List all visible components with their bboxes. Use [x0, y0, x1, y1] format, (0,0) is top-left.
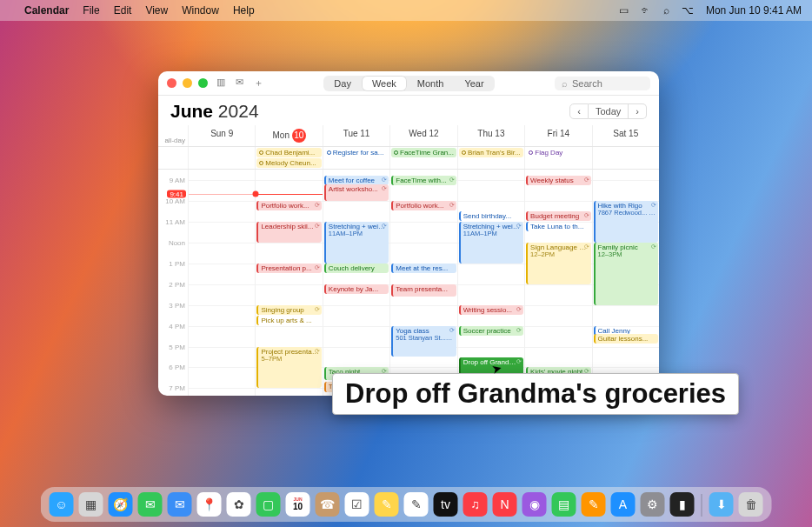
calendar-event[interactable]: Take Luna to th...: [526, 222, 590, 231]
view-month[interactable]: Month: [407, 76, 455, 91]
allday-cell[interactable]: [592, 147, 659, 169]
day-column[interactable]: Portfolio work...⟳Leadership skil...⟳Pre…: [255, 170, 322, 396]
dock-numbers-icon[interactable]: ▤: [552, 492, 576, 517]
day-header[interactable]: Sun 9: [188, 125, 255, 146]
allday-event[interactable]: Register for sa...: [324, 148, 389, 157]
calendar-event[interactable]: Couch delivery: [324, 264, 389, 273]
menu-help[interactable]: Help: [233, 4, 255, 17]
dock-safari-icon[interactable]: 🧭: [109, 492, 133, 517]
day-column[interactable]: Weekly status⟳Budget meeting⟳Take Luna t…: [524, 170, 591, 396]
calendar-event[interactable]: Send birthday...: [459, 211, 523, 221]
dock-appstore-icon[interactable]: A: [611, 492, 636, 517]
calendar-event[interactable]: Budget meeting⟳: [526, 211, 590, 221]
calendar-event[interactable]: Stretching + weights11AM–1PM⟳: [459, 222, 523, 264]
calendar-event[interactable]: Portfolio work...⟳: [256, 201, 321, 210]
dock-tv-icon[interactable]: tv: [434, 492, 458, 517]
allday-cell[interactable]: Flag Day: [524, 147, 591, 169]
day-column[interactable]: Send birthday...Stretching + weights11AM…: [457, 170, 524, 396]
wifi-icon[interactable]: ᯤ: [641, 4, 651, 17]
allday-event[interactable]: Melody Cheun...: [256, 158, 321, 168]
calendar-event[interactable]: Family picnic12–3PM⟳: [594, 243, 658, 305]
allday-cell[interactable]: FaceTime Gran...: [389, 147, 457, 169]
allday-cell[interactable]: Brian Tran's Bir...: [457, 147, 524, 169]
day-column[interactable]: Meet for coffee⟳Artist worksho...⟳Stretc…: [323, 170, 389, 396]
calendar-event[interactable]: Artist worksho...⟳: [324, 184, 389, 201]
dock-mail-icon[interactable]: ✉: [168, 492, 192, 517]
add-event-button[interactable]: ＋: [254, 77, 263, 90]
day-header[interactable]: Sat 15: [592, 125, 659, 146]
dock-notes-icon[interactable]: ✎: [375, 492, 399, 517]
dock-reminders-icon[interactable]: ☑: [345, 492, 369, 517]
calendar-event[interactable]: Guitar lessons...: [594, 334, 658, 344]
calendar-event[interactable]: Leadership skil...⟳: [256, 222, 321, 243]
today-button[interactable]: Today: [589, 103, 629, 119]
dock-downloads-icon[interactable]: ⬇: [709, 492, 734, 517]
calendar-event[interactable]: Yoga class501 Stanyan St... ⏱ 4–5:30PM⟳: [391, 326, 456, 357]
menu-edit[interactable]: Edit: [114, 4, 132, 17]
dock-freeform-icon[interactable]: ✎: [404, 492, 429, 517]
dock-photos-icon[interactable]: ✿: [227, 492, 251, 517]
menu-file[interactable]: File: [83, 4, 99, 17]
spotlight-icon[interactable]: ⌕: [663, 4, 669, 17]
calendar-event[interactable]: Weekly status⟳: [526, 176, 590, 185]
allday-event[interactable]: Flag Day: [526, 148, 590, 157]
minimize-button[interactable]: [183, 78, 192, 88]
calendar-event[interactable]: Presentation p...⟳: [256, 264, 321, 273]
allday-cell[interactable]: Chad Benjami...Melody Cheun...: [255, 147, 322, 169]
day-header[interactable]: Thu 13: [457, 125, 524, 146]
dock-settings-icon[interactable]: ⚙: [641, 492, 665, 517]
dock-contacts-icon[interactable]: ☎: [316, 492, 340, 517]
prev-week-button[interactable]: ‹: [569, 103, 589, 119]
day-column[interactable]: Hike with Rigo7867 Redwood... ⏱ 10AM–12P…: [592, 170, 659, 396]
zoom-button[interactable]: [198, 78, 208, 88]
app-menu[interactable]: Calendar: [24, 4, 69, 17]
calendar-event[interactable]: Writing sessio...⟳: [459, 305, 523, 315]
dock-calendar-icon[interactable]: JUN10: [286, 492, 310, 517]
dock-trash-icon[interactable]: 🗑: [739, 492, 763, 517]
menu-view[interactable]: View: [145, 4, 168, 17]
allday-cell[interactable]: Register for sa...: [323, 147, 389, 169]
dock-podcasts-icon[interactable]: ◉: [522, 492, 547, 517]
day-header[interactable]: Fri 14: [524, 125, 591, 146]
calendar-event[interactable]: Sign Language Club12–2PM⟳: [526, 243, 590, 284]
calendar-event[interactable]: Keynote by Ja...: [324, 284, 389, 294]
view-week[interactable]: Week: [362, 76, 407, 91]
control-center-icon[interactable]: ⌥: [682, 4, 694, 17]
allday-event[interactable]: Chad Benjami...: [256, 148, 321, 157]
search-field[interactable]: ⌕: [555, 77, 650, 90]
dock-iphone-mirror-icon[interactable]: ▮: [670, 492, 695, 517]
dock-facetime-icon[interactable]: ▢: [256, 492, 281, 517]
calendar-event[interactable]: Project presentations5–7PM⟳: [256, 347, 321, 389]
day-column[interactable]: FaceTime with...⟳Portfolio work...⟳Meet …: [389, 170, 456, 396]
week-grid[interactable]: 9 AM10 AM11 AMNoon1 PM2 PM3 PM4 PM5 PM6 …: [158, 170, 659, 396]
calendar-event[interactable]: FaceTime with...⟳: [391, 176, 456, 185]
calendar-event[interactable]: Hike with Rigo7867 Redwood... ⏱ 10AM–12P…: [594, 201, 658, 243]
dock-pages-icon[interactable]: ✎: [582, 492, 606, 517]
next-week-button[interactable]: ›: [629, 103, 647, 119]
day-header[interactable]: Tue 11: [323, 125, 389, 146]
dock-news-icon[interactable]: N: [493, 492, 517, 517]
close-button[interactable]: [167, 78, 176, 88]
day-header[interactable]: Mon 10: [255, 125, 322, 146]
battery-icon[interactable]: ▭: [619, 4, 629, 17]
dock-launchpad-icon[interactable]: ▦: [79, 492, 103, 517]
dock-finder-icon[interactable]: ☺: [50, 492, 74, 517]
menu-window[interactable]: Window: [182, 4, 219, 17]
calendar-event[interactable]: Singing group⟳: [256, 305, 321, 315]
calendars-icon[interactable]: ▥: [216, 77, 225, 90]
menu-clock[interactable]: Mon Jun 10 9:41 AM: [706, 4, 802, 17]
allday-cell[interactable]: [188, 147, 255, 169]
calendar-event[interactable]: Soccer practice⟳: [459, 326, 523, 336]
calendar-event[interactable]: Pick up arts & ...: [256, 316, 321, 325]
dock-music-icon[interactable]: ♫: [463, 492, 488, 517]
view-year[interactable]: Year: [454, 76, 494, 91]
dock-maps-icon[interactable]: 📍: [197, 492, 222, 517]
calendar-event[interactable]: Portfolio work...⟳: [391, 201, 456, 210]
inbox-icon[interactable]: ✉: [236, 77, 243, 90]
dock-messages-icon[interactable]: ✉: [138, 492, 163, 517]
day-header[interactable]: Wed 12: [389, 125, 456, 146]
calendar-event[interactable]: Team presenta...: [391, 284, 456, 297]
allday-event[interactable]: Brian Tran's Bir...: [459, 148, 523, 157]
search-input[interactable]: [572, 78, 642, 89]
view-day[interactable]: Day: [323, 76, 362, 91]
